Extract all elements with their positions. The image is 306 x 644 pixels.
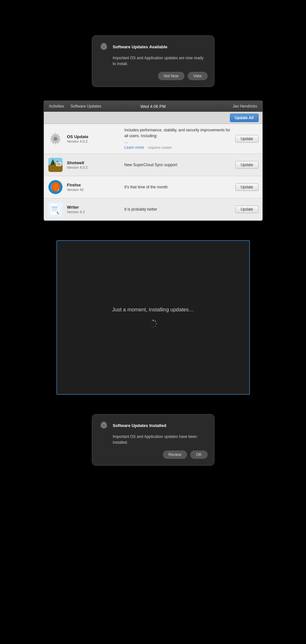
sw-item-info-firefox: Firefox Version 42: [67, 183, 121, 192]
firefox-icon: [48, 180, 63, 194]
learn-more-link[interactable]: Learn more: [124, 145, 144, 150]
sw-item-desc-text-os: Includes performance, stability, and sec…: [124, 128, 231, 138]
svg-rect-20: [52, 208, 57, 208]
sw-item-version-shotwell: Version 4.0.2: [67, 166, 121, 169]
titlebar-time: Wed 4:06 PM: [140, 104, 166, 109]
installed-body: Important OS and Application updates hav…: [113, 434, 208, 445]
sw-item-name-writer: Writer: [67, 205, 121, 210]
svg-point-27: [154, 325, 156, 327]
writer-icon-container: [48, 202, 63, 217]
update-button-writer[interactable]: Update: [235, 205, 259, 213]
shotwell-icon-container: [48, 157, 63, 173]
svg-point-33: [102, 424, 105, 427]
update-all-button[interactable]: Update All: [230, 114, 259, 122]
sw-item-version-os: Version 4.0.2: [67, 139, 121, 143]
svg-point-31: [150, 320, 152, 322]
sw-item-writer: Writer Version 4.2 It is probably better…: [44, 198, 262, 221]
restart-note: requires restart: [148, 146, 172, 149]
sw-list: OS Update Version 4.0.2 Includes perform…: [44, 124, 262, 221]
installed-buttons: Review OK: [99, 450, 208, 459]
view-button[interactable]: View: [188, 72, 208, 80]
installing-text: Just a moment, installing updates…: [112, 307, 194, 313]
installed-gear-icon: [99, 420, 109, 431]
os-update-icon: [48, 132, 63, 146]
svg-rect-19: [52, 207, 58, 207]
installing-screen: Just a moment, installing updates… @keyf…: [56, 240, 250, 395]
sw-item-desc-writer: It is probably better: [124, 206, 232, 212]
svg-point-3: [54, 137, 57, 140]
sw-item-shotwell: Shotwell Version 4.0.2 New SuperCloud Sy…: [44, 154, 262, 176]
sw-titlebar: Activities Software Updates Wed 4:06 PM …: [44, 101, 262, 112]
firefox-icon-container: [48, 179, 63, 195]
installed-header: Software Updates Installed: [99, 420, 208, 431]
update-button-firefox[interactable]: Update: [235, 183, 259, 191]
sw-item-name-os: OS Update: [67, 134, 121, 139]
titlebar-user: Jan Hendricks: [232, 104, 257, 109]
svg-point-1: [102, 45, 105, 48]
sw-item-info-shotwell: Shotwell Version 4.0.2: [67, 160, 121, 169]
sw-item-info-writer: Writer Version 4.2: [67, 205, 121, 214]
software-updates-window: Activities Software Updates Wed 4:06 PM …: [44, 100, 263, 221]
notif-title: Software Updates Available: [113, 44, 168, 49]
svg-rect-22: [52, 211, 56, 211]
spinner: @keyframes spinsvg { to { transform: rot…: [149, 319, 158, 328]
update-button-shotwell[interactable]: Update: [235, 161, 259, 169]
sw-item-os: OS Update Version 4.0.2 Includes perform…: [44, 124, 262, 154]
svg-point-24: [152, 320, 153, 321]
svg-point-28: [152, 326, 153, 327]
sw-item-firefox: Firefox Version 42 It's that time of the…: [44, 176, 262, 198]
shotwell-icon: [48, 158, 63, 172]
gear-icon: [99, 42, 109, 52]
sw-item-version-writer: Version 4.2: [67, 210, 121, 214]
titlebar-menu[interactable]: Software Updates: [71, 104, 101, 109]
review-button[interactable]: Review: [163, 450, 187, 459]
notif-body: Important OS and Application updates are…: [113, 55, 208, 67]
sw-item-info-os: OS Update Version 4.0.2: [67, 134, 121, 143]
sw-item-desc-os: Includes performance, stability, and sec…: [124, 127, 232, 150]
not-now-button[interactable]: Not Now: [158, 72, 184, 80]
installed-title: Software Updates Installed: [113, 423, 166, 428]
svg-point-25: [154, 320, 156, 322]
svg-rect-21: [52, 209, 58, 210]
svg-rect-11: [57, 163, 61, 166]
notification-dialog: Software Updates Available Important OS …: [92, 35, 214, 87]
titlebar-activities[interactable]: Activities: [49, 104, 64, 109]
sw-item-name-shotwell: Shotwell: [67, 160, 121, 165]
sw-toolbar: Update All: [44, 112, 262, 124]
notif-buttons: Not Now View: [99, 72, 208, 80]
notif-header: Software Updates Available: [99, 42, 208, 52]
installed-dialog: Software Updates Installed Important OS …: [92, 414, 214, 466]
sw-item-desc-firefox: It's that time of the month: [124, 184, 232, 190]
sw-list-wrap: OS Update Version 4.0.2 Includes perform…: [44, 124, 262, 221]
sw-item-name-firefox: Firefox: [67, 183, 121, 187]
svg-point-30: [149, 323, 150, 324]
sw-item-version-firefox: Version 42: [67, 188, 121, 192]
ok-button[interactable]: OK: [190, 450, 207, 459]
update-button-os[interactable]: Update: [235, 135, 259, 143]
svg-point-29: [150, 325, 152, 327]
svg-point-26: [155, 323, 157, 324]
writer-icon: [48, 202, 63, 216]
spinner-svg: @keyframes spinsvg { to { transform: rot…: [149, 319, 158, 328]
sw-item-desc-shotwell: New SuperCloud Sync support: [124, 162, 232, 168]
os-update-icon-container: [48, 131, 63, 147]
sw-item-desc-dots: …: [124, 139, 128, 144]
